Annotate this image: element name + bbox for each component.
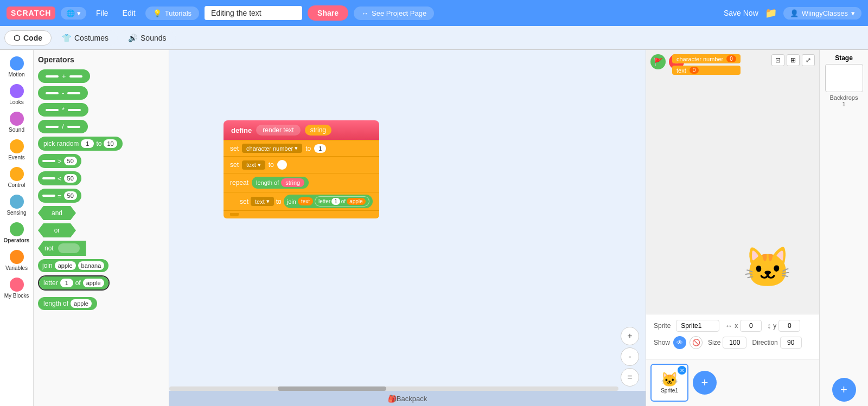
less-left-input[interactable] (42, 177, 55, 179)
y-input[interactable] (778, 320, 800, 332)
random-to-input[interactable]: 10 (104, 139, 117, 148)
greater-right-input[interactable]: 50 (64, 157, 77, 165)
random-from-input[interactable]: 1 (81, 139, 94, 148)
category-myblocks[interactable]: My Blocks (0, 275, 33, 301)
zoom-out-button[interactable]: - (621, 347, 639, 366)
plus-left-input[interactable] (46, 75, 59, 78)
text-var-dropdown2[interactable]: text ▾ (251, 197, 274, 206)
apple-oval-canvas[interactable]: apple (347, 198, 365, 205)
project-title-input[interactable] (205, 6, 302, 20)
join-oval-canvas[interactable]: join text letter 1 of apple (284, 195, 373, 208)
compress-view-button[interactable]: ⊡ (771, 54, 784, 66)
letter-num-canvas[interactable]: 1 (331, 198, 340, 205)
code-tab[interactable]: ⬡ Code (4, 30, 52, 46)
divide-right-input[interactable] (67, 126, 80, 128)
text-val-oval[interactable]: text (298, 197, 313, 205)
sprite-name-input[interactable] (676, 320, 719, 332)
scratch-logo[interactable]: SCRATCH (7, 7, 55, 20)
stage-thumbnail[interactable] (825, 64, 863, 92)
text-var-dropdown[interactable]: text ▾ (242, 160, 265, 170)
category-sensing[interactable]: Sensing (0, 192, 33, 218)
multiply-block[interactable]: * (38, 103, 88, 117)
join-val2-input[interactable]: banana (78, 261, 105, 270)
set-join-block[interactable]: set text ▾ to join text letter 1 of appl… (224, 192, 379, 210)
set-char-num-block[interactable]: set character number ▾ to 1 (224, 140, 379, 156)
greater-than-block[interactable]: > 50 (38, 154, 81, 168)
tutorials-button[interactable]: 💡 Tutorials (145, 7, 199, 20)
pick-random-block[interactable]: pick random 1 to 10 (38, 137, 123, 151)
sprite1-thumbnail[interactable]: ✕ 🐱 Sprite1 (650, 364, 688, 402)
category-variables[interactable]: Variables (0, 248, 33, 273)
file-menu-button[interactable]: File (92, 7, 113, 20)
less-than-block[interactable]: < 50 (38, 171, 81, 185)
folder-icon[interactable]: 📁 (765, 7, 777, 19)
equals-right-input[interactable]: 50 (64, 191, 77, 200)
normal-view-button[interactable]: ⊞ (787, 54, 800, 66)
multiply-left-input[interactable] (46, 109, 59, 111)
repeat-block[interactable]: repeat length of string (224, 173, 379, 192)
not-block[interactable]: not (38, 241, 86, 256)
user-menu[interactable]: 👤 WiingyClasses ▾ (783, 7, 861, 20)
green-flag-button[interactable]: 🚩 (650, 54, 666, 69)
set-text-block[interactable]: set text ▾ to (224, 156, 379, 173)
length-of-oval[interactable]: length of string (252, 177, 309, 189)
category-operators[interactable]: Operators (0, 220, 33, 246)
size-input[interactable] (723, 337, 746, 349)
or-block[interactable]: or (38, 223, 76, 237)
see-project-button[interactable]: ↔ See Project Page (354, 7, 434, 20)
char-num-dropdown[interactable]: character number ▾ (242, 144, 302, 153)
category-sound[interactable]: Sound (0, 109, 33, 135)
set-char-num-val[interactable]: 1 (314, 144, 326, 153)
fullscreen-button[interactable]: ⤢ (802, 54, 815, 66)
length-val-input[interactable]: apple (71, 299, 92, 308)
zoom-in-button[interactable]: + (621, 327, 639, 345)
not-input[interactable] (58, 243, 80, 253)
zoom-reset-button[interactable]: = (621, 368, 639, 386)
multiply-right-input[interactable] (68, 109, 81, 111)
show-visible-button[interactable]: 👁 (673, 336, 686, 349)
minus-right-input[interactable] (67, 92, 80, 94)
less-right-input[interactable]: 50 (64, 174, 77, 183)
letter-oval-canvas[interactable]: letter 1 of apple (315, 196, 369, 207)
share-button[interactable]: Share (308, 5, 348, 21)
canvas-area[interactable]: define render text string set character … (169, 50, 646, 406)
letter-of-input[interactable]: apple (83, 279, 104, 287)
category-events[interactable]: Events (0, 137, 33, 163)
costumes-tab[interactable]: 👕 Costumes (53, 30, 118, 46)
edit-menu-button[interactable]: Edit (118, 7, 140, 20)
define-block[interactable]: define render text string (224, 120, 379, 140)
category-control[interactable]: Control (0, 165, 33, 190)
x-input[interactable] (740, 320, 762, 332)
minus-left-input[interactable] (46, 92, 59, 94)
delete-sprite-button[interactable]: ✕ (678, 366, 686, 375)
add-backdrop-button[interactable]: + (832, 378, 856, 402)
divide-block[interactable]: / (38, 120, 88, 133)
equals-block[interactable]: = 50 (38, 189, 81, 203)
script-container: define render text string set character … (224, 120, 379, 218)
minus-block[interactable]: - (38, 86, 88, 100)
greater-left-input[interactable] (42, 160, 55, 162)
and-block[interactable]: and (38, 206, 76, 220)
plus-right-input[interactable] (69, 75, 82, 78)
join-block[interactable]: join apple banana (38, 259, 108, 272)
letter-block[interactable]: letter 1 of apple (39, 276, 108, 289)
show-hidden-button[interactable]: 🚫 (690, 336, 703, 349)
length-block[interactable]: length of apple (38, 297, 97, 310)
divide-left-input[interactable] (46, 126, 59, 128)
save-now-button[interactable]: Save Now (724, 9, 758, 17)
sounds-tab[interactable]: 🔊 Sounds (119, 30, 175, 46)
text-empty-input[interactable] (277, 160, 287, 170)
horizontal-scrollbar[interactable] (169, 386, 618, 391)
category-motion[interactable]: Motion (0, 54, 33, 80)
letter-num-input[interactable]: 1 (60, 279, 73, 287)
scrollbar-thumb[interactable] (278, 386, 386, 391)
string-val-oval[interactable]: string (281, 178, 304, 187)
join-val1-input[interactable]: apple (55, 261, 76, 270)
plus-block[interactable]: + (38, 69, 90, 83)
backpack-bar[interactable]: 🎒 Backpack (169, 391, 646, 406)
add-sprite-button[interactable]: + (693, 371, 717, 395)
category-looks[interactable]: Looks (0, 82, 33, 107)
language-button[interactable]: 🌐 ▾ (61, 7, 86, 20)
direction-input[interactable] (780, 337, 802, 349)
equals-left-input[interactable] (42, 195, 55, 197)
